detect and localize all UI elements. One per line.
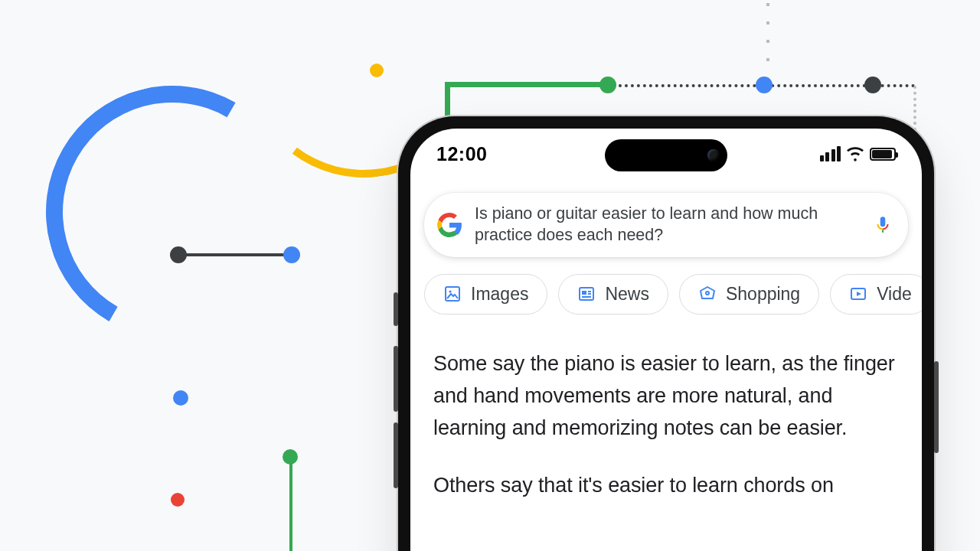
svg-point-7 (706, 292, 709, 295)
chip-news[interactable]: News (558, 274, 668, 315)
google-logo-icon (436, 212, 462, 238)
search-bar[interactable]: Is piano or guitar easier to learn and h… (424, 193, 908, 257)
search-filter-chips: Images News Shopping Vide (410, 257, 922, 315)
chip-label: News (605, 284, 649, 305)
images-icon (443, 285, 462, 303)
top-rail-green (445, 82, 607, 87)
result-paragraph: Others say that it's easier to learn cho… (433, 470, 899, 502)
green-dot (283, 449, 298, 465)
rail-blue-dot (756, 77, 773, 93)
result-paragraph: Some say the piano is easier to learn, a… (433, 348, 899, 445)
chip-images[interactable]: Images (424, 274, 547, 315)
phone-side-button (394, 292, 398, 326)
segment-black-dot (170, 246, 187, 263)
chip-label: Images (471, 284, 528, 305)
phone-side-button (394, 346, 398, 412)
svg-rect-3 (582, 291, 586, 295)
shopping-icon (698, 285, 717, 303)
dynamic-island (605, 139, 727, 171)
status-indicators (820, 145, 897, 162)
phone-side-button (394, 422, 398, 488)
front-camera (707, 149, 720, 161)
green-connector (289, 457, 292, 551)
yellow-dot (370, 64, 384, 77)
rail-black-dot (864, 77, 881, 93)
phone-screen: 12:00 Is piano or guitar easier to learn… (410, 129, 922, 551)
cellular-signal-icon (820, 146, 841, 161)
chip-shopping[interactable]: Shopping (679, 274, 819, 315)
news-icon (577, 285, 596, 303)
clock: 12:00 (436, 143, 487, 165)
phone-frame: 12:00 Is piano or guitar easier to learn… (398, 116, 934, 551)
chip-videos[interactable]: Vide (830, 274, 922, 315)
blue-dot (173, 390, 188, 406)
video-icon (849, 285, 867, 303)
phone-side-button (934, 361, 939, 453)
search-result-snippet: Some say the piano is easier to learn, a… (410, 315, 922, 502)
chip-label: Shopping (726, 284, 800, 305)
red-dot (171, 493, 185, 507)
status-bar: 12:00 (410, 129, 922, 179)
chip-label: Vide (877, 284, 912, 305)
search-query[interactable]: Is piano or guitar easier to learn and h… (475, 204, 861, 246)
mic-icon[interactable] (873, 215, 893, 235)
svg-point-1 (449, 291, 451, 293)
wifi-icon (847, 145, 864, 162)
segment-line (178, 253, 291, 256)
rail-green-dot (599, 77, 616, 93)
battery-icon (870, 148, 896, 161)
segment-blue-dot (283, 246, 300, 263)
